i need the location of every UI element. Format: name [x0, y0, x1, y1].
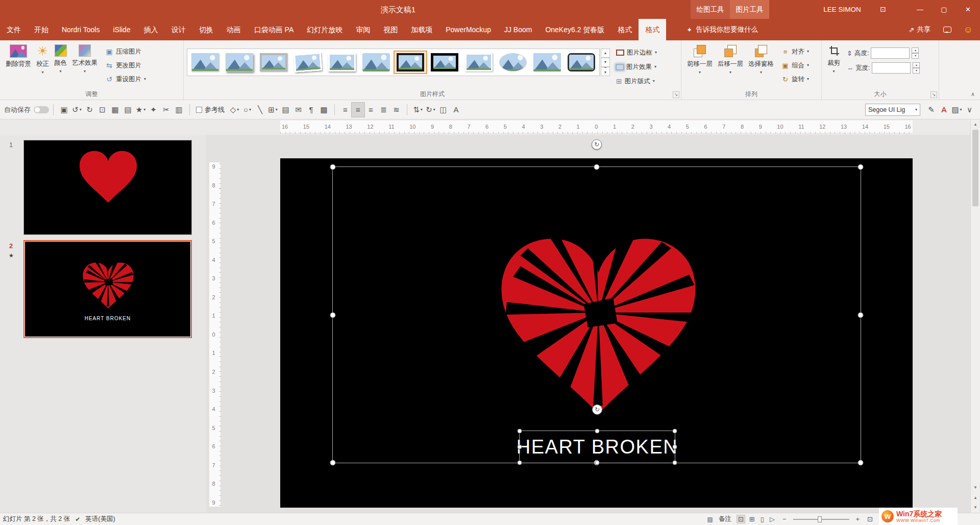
arrange-icon[interactable]: ⇅▾ [411, 103, 424, 117]
tab-format-drawing[interactable]: 格式 [611, 19, 639, 40]
selection-handle-tr[interactable] [673, 429, 677, 434]
tab-islide[interactable]: iSlide [106, 19, 137, 40]
notes-button[interactable]: 备注 [719, 515, 731, 523]
selection-handle-bl[interactable] [518, 461, 522, 465]
next-slide-icon[interactable]: ▼ [971, 503, 980, 512]
picture-style-simple[interactable] [189, 51, 222, 74]
artistic-effects-button[interactable]: 艺术效果 ▾ [69, 42, 100, 76]
compress-pictures-button[interactable]: ▣压缩图片 [103, 45, 148, 58]
selection-handle-tl[interactable] [330, 164, 336, 170]
tab-add-ins[interactable]: 加载项 [404, 19, 439, 40]
guides-checkbox[interactable]: 参考线 [196, 105, 225, 114]
more-commands-icon[interactable]: ∨ [963, 103, 976, 117]
fill-pattern-icon[interactable]: ▩ [317, 103, 330, 117]
tab-design[interactable]: 设计 [165, 19, 192, 40]
zoom-out-button[interactable]: − [781, 515, 788, 523]
minimize-button[interactable]: — [908, 0, 932, 19]
share-button[interactable]: ⇗ 共享 [909, 25, 930, 34]
previous-slide-icon[interactable]: ▲ [971, 493, 980, 503]
color-button[interactable]: 颜色 ▾ [52, 42, 69, 76]
align-center-icon[interactable]: ≡ [352, 103, 364, 117]
tab-slide-show[interactable]: 幻灯片放映 [300, 19, 349, 40]
zoom-in-button[interactable]: + [855, 515, 861, 523]
selection-handle-tr[interactable] [858, 164, 864, 170]
gallery-scroll-up-icon[interactable]: ▴ [601, 49, 610, 58]
selection-pane-button[interactable]: 选择窗格▾ [746, 42, 776, 77]
text-box-icon[interactable]: A [450, 103, 462, 117]
slide-1-thumbnail[interactable] [23, 140, 192, 235]
user-name[interactable]: LEE SIMON [813, 0, 872, 19]
shapes-icon[interactable]: ◇▾ [228, 103, 241, 117]
crop-tool-icon[interactable]: ✂ [160, 103, 173, 117]
textbox-selection-box[interactable]: ↻ [519, 431, 675, 463]
picture-style-oval[interactable] [497, 51, 529, 74]
quick-style-icon[interactable]: ✦ [147, 103, 160, 117]
display-settings-icon[interactable]: ⊡ [875, 0, 891, 19]
chart-icon[interactable]: ◫ [437, 103, 450, 117]
selection-handle-tm[interactable] [594, 164, 600, 170]
picture-style-soft-dark[interactable] [531, 51, 564, 74]
picture-style-glossy-black[interactable] [428, 51, 461, 74]
grid-view-icon[interactable]: ▦ [109, 103, 121, 117]
slide-counter[interactable]: 幻灯片 第 2 张，共 2 张 [3, 515, 70, 523]
close-button[interactable]: ✕ [956, 0, 980, 19]
redo-icon[interactable]: ↻ [83, 103, 96, 117]
height-step-down-icon[interactable]: ▾ [912, 53, 919, 59]
width-step-up-icon[interactable]: ▴ [913, 62, 920, 68]
mail-icon[interactable]: ✉ [292, 103, 305, 117]
picture-style-metal-frame[interactable] [257, 51, 290, 74]
bring-forward-button[interactable]: 前移一层▾ [684, 42, 715, 77]
picture-style-white-frame[interactable] [326, 51, 358, 74]
align-right-icon[interactable]: ≡ [364, 103, 377, 117]
picture-effects-button[interactable]: 图片效果▾ [614, 61, 659, 73]
shading-icon[interactable]: ▨▾ [950, 103, 963, 117]
selection-handle-br[interactable] [673, 461, 677, 465]
picture-border-button[interactable]: 图片边框▾ [614, 46, 659, 59]
picture-style-shadow[interactable] [223, 51, 256, 74]
distribute-icon[interactable]: ≋ [390, 103, 403, 117]
tab-insert[interactable]: 插入 [137, 19, 165, 40]
vertical-ruler[interactable]: 9876543210123456789 [208, 135, 224, 513]
layout-icon[interactable]: ▤ [121, 103, 134, 117]
picture-style-white-tilted[interactable] [291, 51, 324, 74]
font-color-icon[interactable]: A [938, 103, 950, 117]
slideshow-view-button[interactable]: ▷ [769, 515, 776, 523]
tab-file[interactable]: 文件 [0, 19, 28, 40]
vertical-scrollbar[interactable]: ▲ ▼ ▲ ▼ [970, 120, 980, 513]
picture-style-soft-edge[interactable] [360, 51, 393, 74]
align-left-icon[interactable]: ≡ [339, 103, 352, 117]
scroll-down-icon[interactable]: ▼ [971, 483, 980, 492]
insert-picture-icon[interactable]: ▥ [173, 103, 185, 117]
undo-icon[interactable]: ↺▾ [70, 103, 83, 117]
collapse-ribbon-icon[interactable]: ∧ [971, 91, 975, 98]
scroll-up-icon[interactable]: ▲ [971, 120, 980, 129]
slide-sorter-view-button[interactable]: ⊞ [748, 515, 756, 523]
picture-layout-button[interactable]: ⊞图片版式▾ [614, 75, 659, 87]
print-preview-icon[interactable]: ⊡ [96, 103, 109, 117]
picture-style-black-frame[interactable] [394, 51, 427, 74]
selection-handle-mr[interactable] [858, 312, 864, 318]
save-icon[interactable]: ▣ [58, 103, 70, 117]
print-icon[interactable]: ▤ [279, 103, 292, 117]
align-objects-button[interactable]: ≡对齐▾ [779, 45, 811, 58]
height-input[interactable] [871, 47, 910, 59]
format-painter-icon[interactable]: ✎ [925, 103, 938, 117]
selection-handle-tl[interactable] [518, 429, 522, 434]
horizontal-ruler[interactable]: 1615141312111098765432101234567891011121… [0, 120, 970, 135]
tell-me-box[interactable]: ✦ 告诉我你想要做什么 [687, 19, 757, 40]
picture-selection-box[interactable]: ↻ [332, 166, 861, 463]
selection-handle-ml[interactable] [330, 312, 336, 318]
tab-pocket-animation[interactable]: 口袋动画 PA [248, 19, 301, 40]
rotate-objects-button[interactable]: ↻旋转▾ [779, 73, 811, 85]
rotate-handle-icon[interactable]: ↻ [592, 404, 602, 415]
tab-view[interactable]: 视图 [377, 19, 404, 40]
favorite-icon[interactable]: ★▾ [134, 103, 147, 117]
selection-handle-mr[interactable] [673, 445, 677, 449]
reset-picture-button[interactable]: ↺重设图片▾ [103, 73, 148, 85]
gallery-more-icon[interactable]: ▾ [601, 67, 610, 76]
change-picture-button[interactable]: ⇆更改图片 [103, 59, 148, 71]
zoom-slider[interactable] [793, 516, 849, 523]
picture-style-rounded-dark[interactable] [565, 51, 598, 74]
paragraph-icon[interactable]: ¶ [305, 103, 317, 117]
selection-handle-bl[interactable] [330, 460, 336, 466]
